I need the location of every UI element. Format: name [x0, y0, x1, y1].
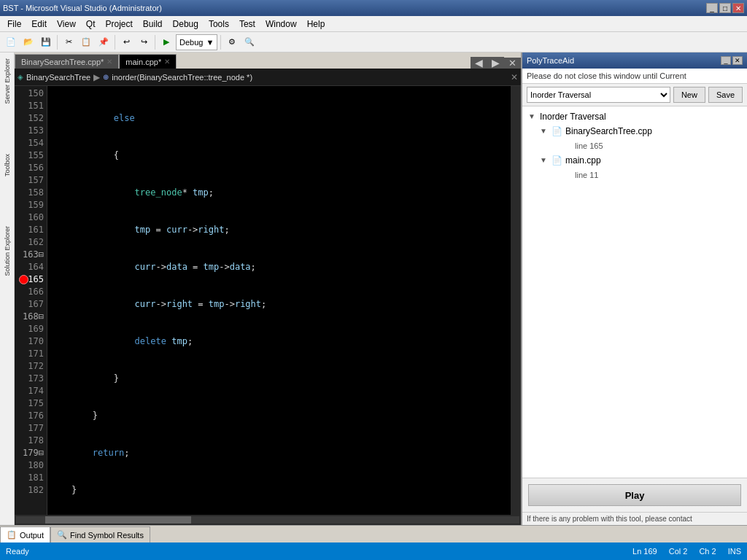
editor-scrollbar[interactable]	[511, 86, 521, 515]
close-button[interactable]: ✕	[732, 3, 744, 13]
tb-cut[interactable]: ✂	[61, 34, 77, 50]
breadcrumb-class[interactable]: BinarySearchTree	[26, 73, 90, 82]
tb-sep4	[220, 35, 221, 50]
tab-bst-label: BinarySearchTree.cpp*	[21, 58, 104, 66]
minimize-button[interactable]: _	[706, 3, 718, 13]
breadcrumb-close[interactable]: ✕	[511, 72, 518, 82]
tab-scroll-right[interactable]: ▶	[487, 57, 504, 69]
code-line-151: {	[50, 149, 511, 162]
debug-dropdown-arrow[interactable]: ▼	[206, 38, 214, 47]
tb-sep1	[57, 35, 58, 50]
tb-copy[interactable]: 📋	[78, 34, 94, 50]
menu-qt[interactable]: Qt	[82, 18, 100, 31]
menu-file[interactable]: File	[3, 18, 26, 31]
tab-main-close[interactable]: ✕	[164, 58, 170, 66]
tb-start[interactable]: ▶	[158, 34, 174, 50]
status-ln: Ln 169	[632, 547, 657, 556]
tb-open[interactable]: 📂	[20, 34, 36, 50]
breadcrumb-class-icon: ◈	[18, 73, 23, 81]
ln-151: 151	[18, 100, 44, 112]
tb-sep3	[155, 35, 155, 50]
ln-164: 164	[18, 261, 44, 273]
toolbar: 📄 📂 💾 ✂ 📋 📌 ↩ ↪ ▶ Debug ▼ ⚙ 🔍	[0, 32, 747, 52]
h-scroll-thumb[interactable]	[45, 516, 191, 524]
solution-explorer-tab[interactable]: Solution Explorer	[2, 223, 12, 279]
code-line-150: else	[50, 112, 511, 125]
tb-paste[interactable]: 📌	[96, 34, 112, 50]
ln-160: 160	[18, 211, 44, 224]
ln-177: 177	[18, 422, 44, 435]
horizontal-scrollbar[interactable]	[15, 515, 521, 525]
menu-project[interactable]: Project	[101, 18, 137, 31]
tree-expand-main: ▼	[540, 153, 549, 168]
tree-line165-label: line 165	[575, 139, 603, 153]
menu-view[interactable]: View	[53, 18, 80, 31]
server-explorer-tab[interactable]: Server Explorer	[2, 55, 12, 107]
play-button[interactable]: Play	[528, 484, 741, 506]
tree-file-bst-icon: 📄	[551, 124, 562, 139]
ln-155: 155	[18, 149, 44, 162]
traversal-select[interactable]: Inorder Traversal	[527, 87, 670, 103]
tb-extra1[interactable]: ⚙	[224, 34, 240, 50]
ln-176: 176	[18, 410, 44, 422]
tb-new[interactable]: 📄	[3, 34, 19, 50]
new-button[interactable]: New	[673, 87, 705, 103]
maximize-button[interactable]: □	[719, 3, 731, 13]
menu-tools[interactable]: Tools	[204, 18, 233, 31]
debug-mode-select[interactable]: Debug ▼	[176, 34, 217, 50]
tab-output[interactable]: 📋 Output	[0, 526, 50, 542]
play-area: Play	[522, 478, 747, 512]
tb-save[interactable]: 💾	[38, 34, 54, 50]
tree-root-item[interactable]: ▼ Inorder Traversal	[528, 109, 744, 124]
ln-180: 180	[18, 459, 44, 472]
toolbox-tab[interactable]: Toolbox	[2, 151, 12, 179]
tree-item-line165[interactable]: line 165	[563, 139, 744, 153]
ln-166: 166	[18, 286, 44, 298]
tb-extra2[interactable]: 🔍	[241, 34, 258, 50]
code-line-157: }	[50, 373, 511, 385]
tree-item-line11[interactable]: line 11	[563, 168, 744, 182]
find-symbol-label: Find Symbol Results	[70, 531, 144, 540]
tab-main-label: main.cpp*	[125, 58, 161, 66]
tree-grandchild-main: line 11	[563, 168, 744, 182]
menu-test[interactable]: Test	[235, 18, 260, 31]
tab-binarysearchtree[interactable]: BinarySearchTree.cpp* ✕	[15, 54, 119, 69]
right-panel-title-text: PolyTraceAid	[527, 56, 574, 65]
breadcrumb-method-icon: ⊕	[103, 73, 109, 81]
menu-help[interactable]: Help	[303, 18, 330, 31]
code-area[interactable]: 150 151 152 153 154 155 156 157 158 159 …	[15, 86, 521, 515]
code-line-154: curr->data = tmp->data;	[50, 261, 511, 273]
title-text: BST - Microsoft Visual Studio (Administr…	[3, 4, 162, 12]
right-panel: PolyTraceAid _ ✕ Please do not close thi…	[521, 52, 747, 525]
tab-bst-close[interactable]: ✕	[107, 58, 112, 66]
right-panel-minimize[interactable]: _	[721, 56, 731, 65]
ln-156: 156	[18, 162, 44, 174]
ln-167: 167	[18, 298, 44, 311]
menu-debug[interactable]: Debug	[169, 18, 203, 31]
ln-174: 174	[18, 385, 44, 397]
tree-item-main[interactable]: ▼ 📄 main.cpp	[540, 153, 744, 168]
tree-file-main-icon: 📄	[551, 153, 562, 168]
menu-edit[interactable]: Edit	[27, 18, 51, 31]
ln-178: 178	[18, 435, 44, 447]
ln-159: 159	[18, 199, 44, 211]
right-panel-title-buttons[interactable]: _ ✕	[721, 56, 743, 65]
menu-window[interactable]: Window	[261, 18, 301, 31]
tab-scroll-left[interactable]: ◀	[471, 57, 487, 69]
tree-item-bst[interactable]: ▼ 📄 BinarySearchTree.cpp	[540, 124, 744, 139]
right-panel-close[interactable]: ✕	[732, 56, 743, 65]
tab-main[interactable]: main.cpp* ✕	[119, 54, 177, 69]
tab-find-symbol[interactable]: 🔍 Find Symbol Results	[50, 526, 150, 542]
tb-redo[interactable]: ↪	[136, 34, 152, 50]
menu-build[interactable]: Build	[139, 18, 167, 31]
tab-close-all[interactable]: ✕	[504, 58, 521, 69]
h-scroll-track[interactable]	[16, 516, 519, 524]
breadcrumb-method[interactable]: inorder(BinarySearchTree::tree_node *)	[112, 73, 252, 82]
code-line-158: }	[50, 410, 511, 422]
save-button[interactable]: Save	[708, 87, 743, 103]
ln-153: 153	[18, 125, 44, 137]
bottom-tabs: 📋 Output 🔍 Find Symbol Results	[0, 525, 747, 542]
code-content[interactable]: else { tree_node* tmp; tmp = curr->right…	[47, 86, 511, 515]
title-bar-buttons[interactable]: _ □ ✕	[706, 3, 744, 13]
tb-undo[interactable]: ↩	[118, 34, 134, 50]
